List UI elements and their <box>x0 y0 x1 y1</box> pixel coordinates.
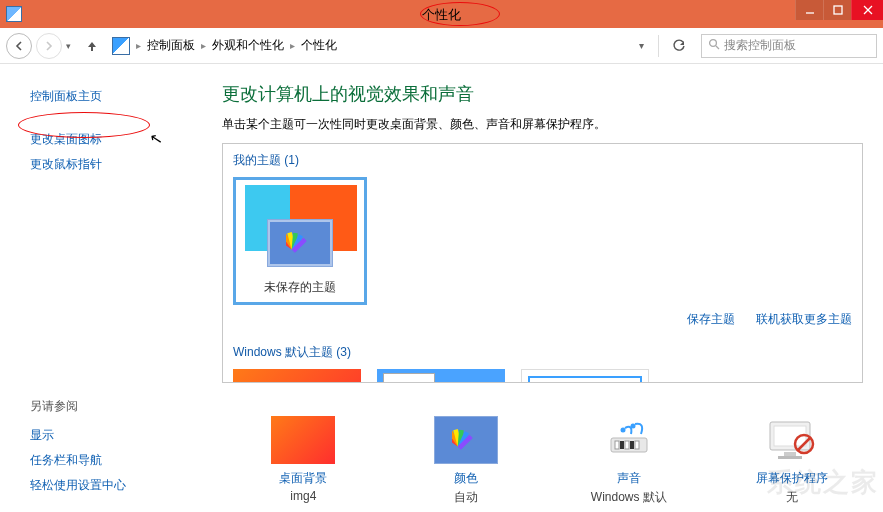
svg-rect-24 <box>630 441 634 449</box>
maximize-button[interactable] <box>823 0 851 20</box>
screensaver-item[interactable]: 屏幕保护程序 无 <box>723 416 861 506</box>
default-themes-header: Windows 默认主题 (3) <box>223 336 862 365</box>
see-also-link-ease[interactable]: 轻松使用设置中心 <box>30 473 126 498</box>
svg-point-4 <box>710 40 717 47</box>
chevron-right-icon: ▸ <box>290 40 295 51</box>
main-content: 更改计算机上的视觉效果和声音 单击某个主题可一次性同时更改桌面背景、颜色、声音和… <box>208 64 883 512</box>
history-dropdown[interactable]: ▾ <box>66 41 78 51</box>
chevron-right-icon: ▸ <box>136 40 141 51</box>
my-themes-header: 我的主题 (1) <box>223 144 862 173</box>
svg-rect-28 <box>784 452 796 456</box>
see-also-link-taskbar[interactable]: 任务栏和导航 <box>30 448 126 473</box>
color-icon <box>434 416 498 464</box>
breadcrumb-item[interactable]: 控制面板 <box>143 35 199 56</box>
svg-point-19 <box>630 424 635 429</box>
svg-rect-29 <box>778 456 802 459</box>
color-fan-icon <box>452 426 480 454</box>
search-icon <box>708 38 720 53</box>
screensaver-icon <box>760 416 824 464</box>
theme-links: 保存主题 联机获取更多主题 <box>223 305 862 336</box>
back-button[interactable] <box>6 33 32 59</box>
wallpaper-icon <box>271 416 335 464</box>
divider <box>658 35 659 57</box>
refresh-button[interactable] <box>667 34 691 58</box>
sidebar-link-mouse-pointers[interactable]: 更改鼠标指针 <box>30 152 198 177</box>
get-more-themes-link[interactable]: 联机获取更多主题 <box>756 312 852 326</box>
item-value: Windows 默认 <box>560 489 698 506</box>
sidebar-see-also: 另请参阅 显示 任务栏和导航 轻松使用设置中心 <box>30 398 126 498</box>
color-swatch-icon <box>267 219 333 267</box>
svg-point-18 <box>620 428 625 433</box>
item-label: 颜色 <box>397 470 535 487</box>
item-value: img4 <box>234 489 372 503</box>
item-value: 无 <box>723 489 861 506</box>
breadcrumb-item[interactable]: 个性化 <box>297 35 341 56</box>
address-icon <box>112 37 130 55</box>
bottom-settings-row: 桌面背景 img4 颜色 <box>222 416 873 506</box>
sidebar-home-link[interactable]: 控制面板主页 <box>30 84 198 109</box>
default-theme-tile[interactable] <box>233 369 361 383</box>
svg-line-5 <box>716 46 719 49</box>
chevron-right-icon: ▸ <box>201 40 206 51</box>
svg-rect-22 <box>620 441 624 449</box>
close-button[interactable] <box>851 0 883 20</box>
nav-bar: ▾ ▸ 控制面板 ▸ 外观和个性化 ▸ 个性化 ▾ 搜索控制面板 <box>0 28 883 64</box>
default-theme-tile[interactable] <box>377 369 505 383</box>
item-label: 声音 <box>560 470 698 487</box>
color-fan-icon <box>286 229 314 257</box>
item-label: 桌面背景 <box>234 470 372 487</box>
save-theme-link[interactable]: 保存主题 <box>687 312 735 326</box>
page-title: 更改计算机上的视觉效果和声音 <box>222 82 863 106</box>
search-placeholder: 搜索控制面板 <box>724 37 796 54</box>
search-input[interactable]: 搜索控制面板 <box>701 34 877 58</box>
sound-item[interactable]: 声音 Windows 默认 <box>560 416 698 506</box>
see-also-link-display[interactable]: 显示 <box>30 423 126 448</box>
window-title: 个性化 <box>422 6 461 24</box>
title-bar: 个性化 <box>0 0 883 28</box>
svg-rect-21 <box>615 441 619 449</box>
default-themes-row <box>223 365 862 383</box>
themes-panel: 我的主题 (1) <box>222 143 863 383</box>
up-button[interactable] <box>82 36 102 56</box>
sidebar: 控制面板主页 更改桌面图标 更改鼠标指针 ↖ 另请参阅 显示 任务栏和导航 轻松… <box>0 64 208 512</box>
item-value: 自动 <box>397 489 535 506</box>
breadcrumb[interactable]: ▸ 控制面板 ▸ 外观和个性化 ▸ 个性化 <box>136 35 628 56</box>
see-also-header: 另请参阅 <box>30 398 126 415</box>
default-theme-tile[interactable] <box>521 369 649 383</box>
svg-rect-1 <box>834 6 842 14</box>
page-subtitle: 单击某个主题可一次性同时更改桌面背景、颜色、声音和屏幕保护程序。 <box>222 116 863 133</box>
window-controls <box>795 0 883 22</box>
sidebar-link-desktop-icons[interactable]: 更改桌面图标 <box>30 127 198 152</box>
theme-name: 未保存的主题 <box>241 279 359 296</box>
address-dropdown[interactable]: ▾ <box>632 40 650 51</box>
svg-rect-23 <box>625 441 629 449</box>
body: 控制面板主页 更改桌面图标 更改鼠标指针 ↖ 另请参阅 显示 任务栏和导航 轻松… <box>0 64 883 512</box>
theme-thumbnail <box>241 185 359 275</box>
minimize-button[interactable] <box>795 0 823 20</box>
forward-button[interactable] <box>36 33 62 59</box>
svg-rect-25 <box>635 441 639 449</box>
sound-icon <box>597 416 661 464</box>
theme-tile-selected[interactable]: 未保存的主题 <box>233 177 367 305</box>
app-icon <box>6 6 22 22</box>
color-item[interactable]: 颜色 自动 <box>397 416 535 506</box>
breadcrumb-item[interactable]: 外观和个性化 <box>208 35 288 56</box>
item-label: 屏幕保护程序 <box>723 470 861 487</box>
desktop-background-item[interactable]: 桌面背景 img4 <box>234 416 372 506</box>
